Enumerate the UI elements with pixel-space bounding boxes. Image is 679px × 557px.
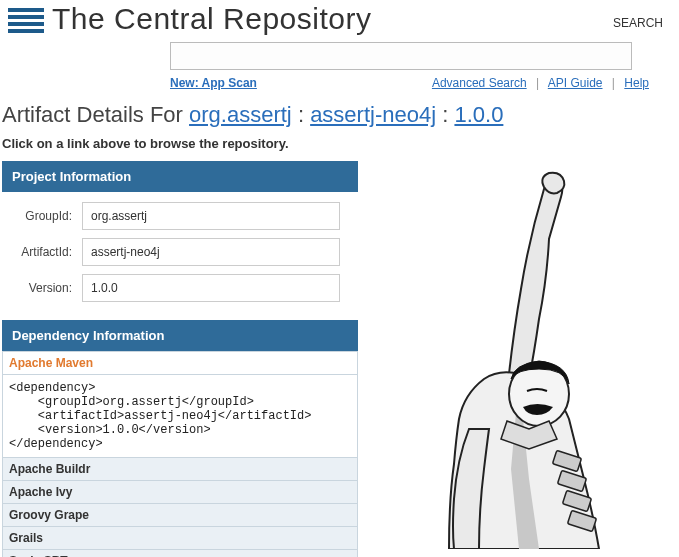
value-groupid: org.assertj	[82, 202, 340, 230]
page-title: Artifact Details For org.assertj : asser…	[0, 96, 679, 132]
dep-tab-grails[interactable]: Grails	[3, 527, 357, 550]
instruction-text: Click on a link above to browse the repo…	[0, 132, 679, 161]
heading-version-link[interactable]: 1.0.0	[454, 102, 503, 127]
label-artifactid: ArtifactId:	[2, 245, 82, 259]
value-artifactid: assertj-neo4j	[82, 238, 340, 266]
search-input[interactable]	[170, 42, 632, 70]
search-label: SEARCH	[613, 2, 671, 30]
dep-tab-sbt[interactable]: Scala SBT	[3, 550, 357, 557]
site-title: The Central Repository	[52, 2, 371, 36]
heading-group-link[interactable]: org.assertj	[189, 102, 292, 127]
heading-sep: :	[298, 102, 310, 127]
dep-tab-buildr[interactable]: Apache Buildr	[3, 458, 357, 481]
label-version: Version:	[2, 281, 82, 295]
panel-project-info: Project Information	[2, 161, 358, 192]
freddie-mercury-illustration	[378, 169, 679, 549]
link-advanced-search[interactable]: Advanced Search	[432, 76, 527, 90]
link-api-guide[interactable]: API Guide	[548, 76, 603, 90]
heading-artifact-link[interactable]: assertj-neo4j	[310, 102, 436, 127]
heading-prefix: Artifact Details For	[2, 102, 189, 127]
value-version: 1.0.0	[82, 274, 340, 302]
link-help[interactable]: Help	[624, 76, 649, 90]
label-groupid: GroupId:	[2, 209, 82, 223]
dep-tab-maven[interactable]: Apache Maven	[3, 352, 357, 375]
heading-sep: :	[442, 102, 454, 127]
menu-lines-icon	[8, 6, 44, 36]
svg-rect-0	[8, 8, 44, 12]
svg-rect-1	[8, 15, 44, 19]
dep-tab-ivy[interactable]: Apache Ivy	[3, 481, 357, 504]
svg-rect-3	[8, 29, 44, 33]
link-app-scan[interactable]: New: App Scan	[170, 76, 257, 90]
dep-code-maven: <dependency> <groupId>org.assertj</group…	[3, 375, 357, 458]
separator: |	[530, 76, 545, 90]
svg-rect-2	[8, 22, 44, 26]
separator: |	[606, 76, 621, 90]
panel-dependency-info: Dependency Information	[2, 320, 358, 351]
dep-tab-grape[interactable]: Groovy Grape	[3, 504, 357, 527]
